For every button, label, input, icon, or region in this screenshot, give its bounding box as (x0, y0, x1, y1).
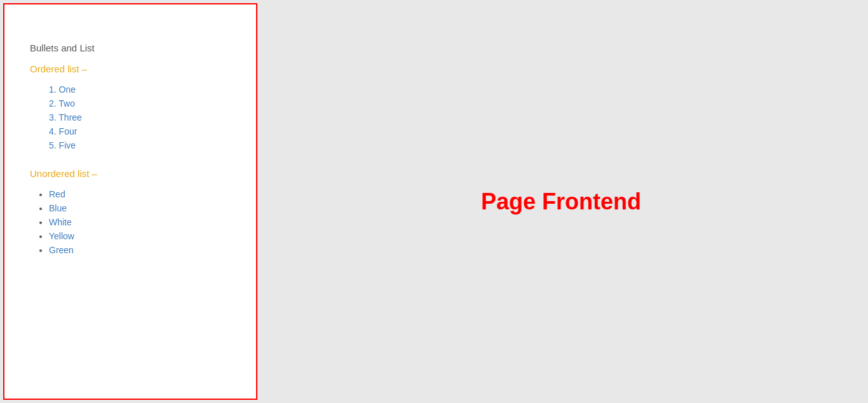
unordered-list: Red Blue White Yellow Green (30, 189, 231, 255)
page-container: Bullets and List Ordered list – 1. One 2… (3, 3, 865, 400)
list-item: Red (49, 189, 231, 199)
list-item: 4. Four (49, 126, 231, 136)
list-item: 3. Three (49, 112, 231, 122)
list-item: 1. One (49, 84, 231, 95)
right-panel: Page Frontend (257, 3, 865, 400)
list-item: Yellow (49, 231, 231, 241)
list-item: White (49, 217, 231, 227)
list-item: Blue (49, 203, 231, 213)
list-item: Green (49, 245, 231, 255)
unordered-section-title: Unordered list – (30, 168, 231, 179)
bullets-heading: Bullets and List (30, 43, 231, 53)
left-panel: Bullets and List Ordered list – 1. One 2… (3, 3, 257, 400)
list-item: 2. Two (49, 98, 231, 109)
ordered-list: 1. One 2. Two 3. Three 4. Four 5. Five (30, 84, 231, 150)
page-title: Page Frontend (481, 188, 641, 215)
ordered-section-title: Ordered list – (30, 63, 231, 74)
list-item: 5. Five (49, 140, 231, 150)
